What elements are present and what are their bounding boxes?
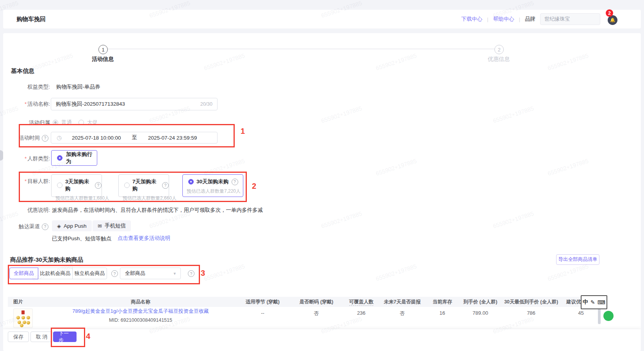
radio-unselected-icon — [124, 183, 130, 188]
radio-selected-icon — [57, 155, 62, 161]
activity-name-value: 购物车挽回-20250717132843 — [56, 101, 125, 108]
crowd-type-label: *人群类型: — [3, 155, 50, 163]
channel-label: 触达渠道 ? — [19, 223, 48, 230]
col-header-report-7d: 未来7天是否提报 — [381, 299, 424, 305]
help-question-icon[interactable]: ? — [111, 270, 118, 277]
app-push-icon: ◈ — [57, 223, 61, 229]
time-start-value: 2025-07-18 10:00:00 — [72, 135, 121, 141]
time-end-value: 2025-07-24 23:59:59 — [148, 135, 197, 141]
separator: | — [487, 16, 489, 22]
notification-badge: 2 — [606, 9, 613, 17]
crowd-type-card-label: 加购未购行为 — [66, 151, 97, 165]
seal-mark — [21, 310, 25, 314]
annotation-number-3: 3 — [201, 269, 205, 278]
cell-season: -- — [234, 307, 291, 329]
save-button[interactable]: 保存 — [8, 332, 29, 342]
cancel-button[interactable]: 取 消 — [30, 332, 53, 342]
col-header-stock: 当前库存 — [424, 299, 461, 305]
target-card-30day-estimate: 预估已选人群数量7,220人 — [183, 188, 243, 195]
activity-name-label: *活动名称: — [3, 100, 50, 108]
col-header-coverage: 可覆盖人数 — [342, 299, 381, 305]
col-header-low-price-30d: 30天最低到手价 (全人群) — [500, 299, 562, 305]
col-header-broken-size: 是否断码 (穿戴) — [291, 299, 342, 305]
col-header-name: 商品名称 — [47, 299, 234, 305]
target-card-7day[interactable]: 7天加购未购 ? 预估已选人群数量2,660人 — [118, 174, 169, 197]
ime-settings-icon[interactable]: ⌨ — [598, 299, 605, 305]
section-title-product-recommend: 商品推荐-30天加购未购商品 — [10, 256, 83, 264]
more-activity-info-link[interactable]: 点击查看更多活动说明 — [118, 235, 170, 242]
tab-all-products[interactable]: 全部商品 — [9, 268, 38, 279]
annotation-number-1: 1 — [241, 127, 245, 136]
top-header-bar: 购物车挽回 下载中心 | 帮助中心 | 品牌 世纪缘珠宝 — [3, 10, 641, 28]
cell-broken-size: 否 — [291, 307, 342, 329]
product-thumbnail[interactable] — [13, 308, 33, 328]
radio-selected-icon — [188, 179, 194, 184]
cell-low-price-30d: 786 — [500, 307, 562, 329]
ime-mode-indicator[interactable]: 中 — [583, 299, 588, 306]
radio-unselected-icon — [78, 120, 84, 125]
help-question-icon[interactable]: ? — [42, 135, 48, 142]
benefit-type-label: 权益类型: — [3, 83, 50, 91]
help-question-icon[interactable]: ? — [188, 270, 194, 277]
help-question-icon[interactable]: ? — [95, 182, 102, 189]
col-header-price: 到手价 (全人群) — [461, 299, 500, 305]
crowd-type-card-selected[interactable]: 加购未购行为 — [51, 150, 97, 166]
help-question-icon[interactable]: ? — [42, 223, 48, 230]
sms-envelope-icon: ✉ — [98, 223, 102, 229]
target-card-3day-estimate: 预估已选人群数量1,680人 — [52, 195, 102, 202]
product-table-header: 图片 商品名称 适用季节 (穿戴) 是否断码 (穿戴) 可覆盖人数 未来7天是否… — [8, 297, 599, 307]
radio-unselected-icon — [57, 183, 62, 188]
tab-independent-opportunity[interactable]: 独立机会商品 — [72, 268, 107, 279]
target-crowd-label: *目标人群: — [3, 177, 50, 185]
bottom-action-bar: 保存 取 消 下一步 — [3, 329, 641, 351]
help-question-icon[interactable]: ? — [162, 182, 169, 189]
time-separator: 至 — [132, 134, 137, 141]
belong-option-bigpromo[interactable]: 大促 — [78, 119, 98, 126]
export-all-products-button[interactable]: 导出全部商品清单 — [556, 254, 599, 265]
ime-pen-icon[interactable]: ✎ — [590, 299, 595, 305]
cell-coverage: 236 — [342, 307, 381, 329]
brand-select[interactable]: 世纪缘珠宝 — [540, 13, 600, 25]
required-asterisk: * — [25, 101, 27, 107]
col-header-season: 适用季节 (穿戴) — [234, 299, 291, 305]
activity-name-input[interactable]: 购物车挽回-20250717132843 20/30 — [51, 98, 218, 110]
cell-suggest-discount: 45 — [562, 307, 599, 329]
clock-icon: ◷ — [57, 134, 62, 141]
help-center-link[interactable]: 帮助中心 — [493, 16, 514, 23]
benefit-type-value: 购物车挽回-单品券 — [56, 83, 100, 91]
activity-time-label: 活动时间 ? — [19, 135, 48, 142]
belong-option-normal[interactable]: 普通 — [53, 119, 72, 126]
target-card-30day[interactable]: 30天加购未购 ? 预估已选人群数量7,220人 — [182, 174, 243, 197]
ime-toolbar[interactable]: 中 ✎ ⌨ — [581, 295, 607, 309]
belong-label: 活动归属 — [3, 119, 50, 127]
activity-time-range-input[interactable]: ◷ 2025-07-18 10:00:00 至 2025-07-24 23:59… — [51, 132, 218, 144]
page-title: 购物车挽回 — [16, 16, 46, 23]
section-title-basic-info: 基本信息 — [11, 67, 34, 75]
target-card-7day-estimate: 预估已选人群数量2,660人 — [119, 195, 169, 202]
chevron-down-icon: ▾ — [173, 271, 176, 276]
col-header-image: 图片 — [8, 299, 47, 305]
step-2-circle: 2 — [494, 45, 504, 54]
next-step-button[interactable]: 下一步 — [53, 332, 77, 342]
tab-compare-opportunity[interactable]: 比款机会商品 — [38, 268, 73, 279]
product-scope-select[interactable]: 全部商品 ▾ — [120, 268, 181, 279]
stepper-line — [108, 49, 495, 49]
annotation-number-4: 4 — [86, 332, 90, 341]
channel-chip-app-push: ◈ App Push — [52, 220, 92, 231]
floating-chat-button[interactable] — [603, 311, 614, 321]
separator: | — [519, 16, 520, 22]
product-name-link[interactable]: 789/g起黄金金豆1g/小金豆攒金元宝金瓜子福豆投资金豆收藏 — [47, 308, 234, 315]
product-table-row: 789/g起黄金金豆1g/小金豆攒金元宝金瓜子福豆投资金豆收藏 MID: 692… — [8, 307, 599, 329]
step-1-label: 活动信息 — [92, 56, 114, 63]
download-center-link[interactable]: 下载中心 — [461, 16, 482, 23]
radio-selected-disabled-icon — [53, 120, 58, 125]
step-1-circle: 1 — [98, 45, 108, 54]
promo-note-label: 优惠说明: — [3, 206, 50, 214]
product-filter-tabs: 全部商品 比款机会商品 独立机会商品 — [9, 268, 107, 279]
promo-note-text: 派发商品券，在活动时间内、且符合人群条件的情况下，用户可领取多次，一单内多件多减 — [52, 206, 263, 214]
brand-label: 品牌 — [525, 16, 535, 23]
cell-report-7d: 否 — [381, 307, 424, 329]
target-card-3day[interactable]: 3天加购未购 ? 预估已选人群数量1,680人 — [51, 174, 102, 197]
help-question-icon[interactable]: ? — [232, 179, 238, 185]
step-2-label: 优惠信息 — [488, 56, 510, 63]
